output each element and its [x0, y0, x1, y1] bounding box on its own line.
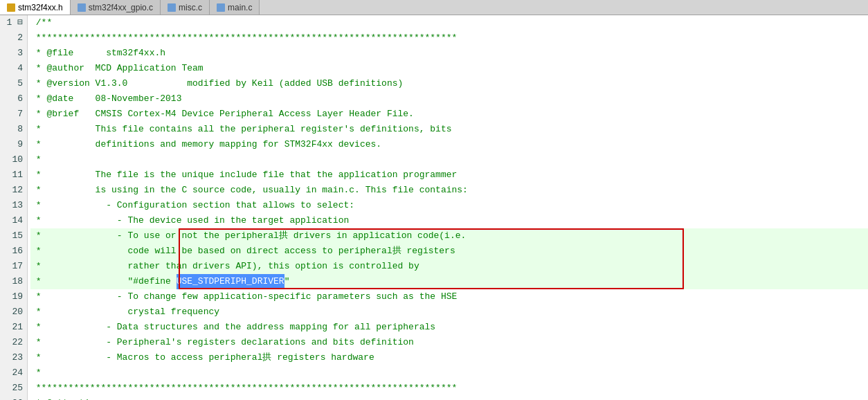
code-line-14: * - The device used in the target applic…	[30, 213, 868, 228]
code-wrapper: /** ************************************…	[28, 15, 868, 400]
tab-label-misc-c: misc.c	[179, 3, 202, 12]
line-num-19: 19	[0, 289, 27, 304]
code-line-17: * rather than drivers API), this option …	[30, 259, 868, 274]
editor-container: stm32f4xx.h stm32f4xx_gpio.c misc.c main…	[0, 0, 868, 400]
line-num-10: 10	[0, 152, 27, 167]
code-content: /** ************************************…	[28, 15, 868, 400]
code-line-4: * @author MCD Application Team	[30, 61, 868, 76]
line-num-11: 11	[0, 167, 27, 183]
line-num-18: 18	[0, 274, 27, 289]
tab-stm32f4xx-h[interactable]: stm32f4xx.h	[0, 0, 71, 15]
line-num-3: 3	[0, 46, 27, 61]
tab-bar: stm32f4xx.h stm32f4xx_gpio.c misc.c main…	[0, 0, 868, 15]
line-num-17: 17	[0, 259, 27, 274]
line-num-21: 21	[0, 320, 27, 335]
line-num-2: 2	[0, 30, 27, 46]
line-num-8: 8	[0, 122, 27, 137]
tab-icon-h	[7, 3, 15, 12]
tab-main-c[interactable]: main.c	[210, 0, 260, 15]
code-line-21: * - Data structures and the address mapp…	[30, 320, 868, 335]
code-line-20: * crystal frequency	[30, 304, 868, 320]
line-num-22: 22	[0, 335, 27, 350]
line-num-4: 4	[0, 61, 27, 76]
code-line-25: ****************************************…	[30, 381, 868, 396]
line-num-26: 26	[0, 396, 27, 400]
tab-label-stm32f4xx-gpio-c: stm32f4xx_gpio.c	[89, 3, 153, 12]
line-num-14: 14	[0, 213, 27, 228]
line-num-6: 6	[0, 91, 27, 107]
code-line-13: * - Configuration section that allows to…	[30, 198, 868, 213]
code-line-23: * - Macros to access peripheral拱 registe…	[30, 350, 868, 365]
code-line-26: * @attention	[30, 396, 868, 400]
code-line-8: * This file contains all the peripheral …	[30, 122, 868, 137]
code-line-12: * is using in the C source code, usually…	[30, 183, 868, 198]
code-line-9: * definitions and memory mapping for STM…	[30, 137, 868, 152]
line-num-16: 16	[0, 244, 27, 259]
line-num-15: 15	[0, 228, 27, 244]
selected-text-use-stdperiph: USE_STDPERIPH_DRIVER	[177, 274, 284, 289]
code-area: 1 ⊟ 2 3 4 5 6 7 8 9 10 11 12 13 14 15 16…	[0, 15, 868, 400]
line-num-13: 13	[0, 198, 27, 213]
tab-label-stm32f4xx-h: stm32f4xx.h	[18, 3, 63, 12]
code-line-11: * The file is the unique include file th…	[30, 167, 868, 183]
tab-icon-c1	[78, 3, 86, 12]
tab-stm32f4xx-gpio-c[interactable]: stm32f4xx_gpio.c	[71, 0, 161, 15]
code-line-7: * @brief CMSIS Cortex-M4 Device Peripher…	[30, 107, 868, 122]
code-line-22: * - Peripheral's registers declarations …	[30, 335, 868, 350]
code-line-2: ****************************************…	[30, 30, 868, 46]
code-line-10: *	[30, 152, 868, 167]
code-line-24: *	[30, 365, 868, 381]
line-num-25: 25	[0, 381, 27, 396]
code-line-6: * @date 08-November-2013	[30, 91, 868, 107]
line-num-5: 5	[0, 76, 27, 91]
line-num-20: 20	[0, 304, 27, 320]
line-num-9: 9	[0, 137, 27, 152]
code-line-15: * - To use or not the peripheral拱 driver…	[30, 228, 868, 244]
line-num-7: 7	[0, 107, 27, 122]
line-num-23: 23	[0, 350, 27, 365]
code-line-19: * - To change few application-specific p…	[30, 289, 868, 304]
code-line-5: * @version V1.3.0 modified by Keil (adde…	[30, 76, 868, 91]
line-num-1: 1 ⊟	[0, 15, 27, 30]
code-line-3: * @file stm32f4xx.h	[30, 46, 868, 61]
line-num-12: 12	[0, 183, 27, 198]
code-line-16: * code will be based on direct access to…	[30, 244, 868, 259]
tab-misc-c[interactable]: misc.c	[161, 0, 210, 15]
code-line-18: * "#define USE_STDPERIPH_DRIVER"	[30, 274, 868, 289]
line-numbers: 1 ⊟ 2 3 4 5 6 7 8 9 10 11 12 13 14 15 16…	[0, 15, 28, 400]
tab-icon-c2	[168, 3, 176, 12]
code-line-1: /**	[30, 15, 868, 30]
line-num-24: 24	[0, 365, 27, 381]
tab-icon-c3	[217, 3, 225, 12]
tab-label-main-c: main.c	[228, 3, 252, 12]
